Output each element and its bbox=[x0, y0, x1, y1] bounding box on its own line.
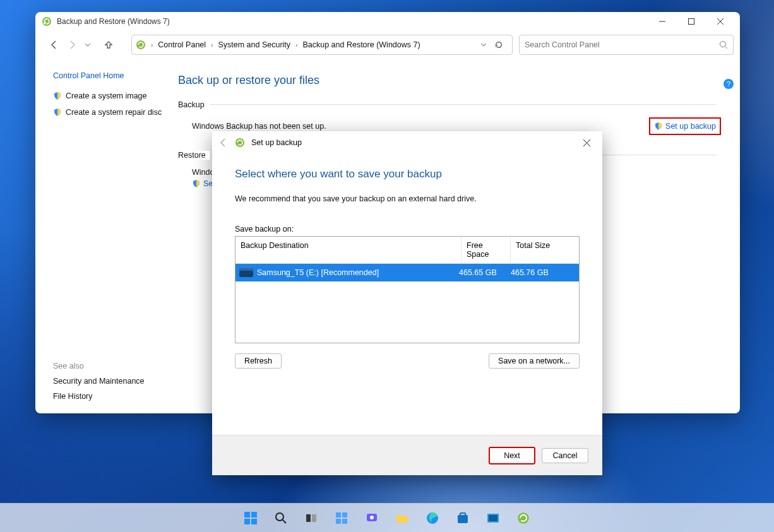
svg-rect-13 bbox=[244, 519, 250, 524]
dialog-subtext: We recommend that you save your backup o… bbox=[235, 194, 580, 203]
column-total-size[interactable]: Total Size bbox=[511, 237, 579, 263]
security-maintenance-link[interactable]: Security and Maintenance bbox=[53, 377, 165, 386]
svg-point-30 bbox=[518, 512, 529, 524]
task-view-icon[interactable] bbox=[299, 505, 324, 531]
svg-rect-17 bbox=[306, 514, 311, 522]
shield-icon bbox=[53, 108, 62, 117]
cancel-button[interactable]: Cancel bbox=[542, 448, 588, 463]
navigation-row: › Control Panel › System and Security › … bbox=[35, 31, 740, 60]
set-up-backup-dialog: Set up backup Select where you want to s… bbox=[212, 131, 602, 475]
dialog-heading: Select where you want to save your backu… bbox=[235, 168, 580, 180]
file-history-link[interactable]: File History bbox=[53, 392, 165, 401]
setup-backup-label: Set up backup bbox=[665, 122, 716, 131]
search-input[interactable] bbox=[519, 35, 734, 55]
destination-grid[interactable]: Backup Destination Free Space Total Size… bbox=[235, 236, 580, 343]
see-also-label: See also bbox=[53, 362, 165, 370]
backup-restore-icon bbox=[42, 16, 52, 27]
restore-group-label: Restore bbox=[178, 151, 210, 160]
refresh-button[interactable]: Refresh bbox=[235, 353, 282, 369]
window-title: Backup and Restore (Windows 7) bbox=[57, 17, 648, 26]
drive-icon bbox=[239, 268, 253, 277]
backup-restore-icon bbox=[235, 138, 245, 148]
backup-not-setup-text: Windows Backup has not been set up. bbox=[192, 122, 649, 131]
save-on-label: Save backup on: bbox=[235, 225, 580, 233]
refresh-icon[interactable] bbox=[494, 40, 503, 49]
search-taskbar-icon[interactable] bbox=[268, 505, 294, 531]
svg-point-24 bbox=[370, 516, 374, 519]
help-icon[interactable]: ? bbox=[723, 79, 734, 89]
svg-point-6 bbox=[720, 42, 726, 47]
svg-rect-29 bbox=[489, 515, 497, 521]
sidebar: Control Panel Home Create a system image… bbox=[35, 64, 170, 413]
destination-row[interactable]: Samsung_T5 (E:) [Recommended] 465.65 GB … bbox=[235, 264, 579, 281]
save-on-network-button[interactable]: Save on a network... bbox=[489, 353, 580, 369]
svg-point-15 bbox=[276, 513, 283, 521]
link-label: Create a system image bbox=[66, 92, 147, 100]
close-button[interactable] bbox=[706, 12, 735, 31]
taskbar bbox=[0, 503, 774, 532]
history-dropdown[interactable] bbox=[85, 42, 91, 48]
svg-rect-22 bbox=[342, 519, 347, 524]
backup-group-label: Backup bbox=[178, 100, 208, 109]
create-repair-disc-link[interactable]: Create a system repair disc bbox=[53, 108, 165, 117]
search-field[interactable] bbox=[525, 40, 714, 49]
next-button[interactable]: Next bbox=[489, 447, 535, 464]
shield-icon bbox=[192, 179, 201, 188]
crumb-backup-restore[interactable]: Backup and Restore (Windows 7) bbox=[300, 38, 422, 52]
svg-rect-20 bbox=[342, 512, 347, 517]
file-explorer-icon[interactable] bbox=[390, 505, 415, 531]
chevron-right-icon: › bbox=[211, 42, 213, 49]
back-button[interactable] bbox=[49, 40, 59, 50]
chat-icon[interactable] bbox=[359, 505, 384, 531]
titlebar: Backup and Restore (Windows 7) bbox=[35, 12, 740, 31]
svg-rect-2 bbox=[689, 19, 694, 25]
svg-line-7 bbox=[725, 47, 727, 49]
widgets-icon[interactable] bbox=[329, 505, 354, 531]
store-icon[interactable] bbox=[450, 505, 475, 531]
destination-name: Samsung_T5 (E:) [Recommended] bbox=[257, 268, 459, 277]
svg-point-0 bbox=[42, 17, 51, 26]
edge-icon[interactable] bbox=[420, 505, 445, 531]
breadcrumb-dropdown[interactable] bbox=[480, 42, 487, 48]
dialog-title: Set up backup bbox=[251, 138, 567, 147]
dialog-back-button[interactable] bbox=[218, 138, 229, 148]
column-free-space[interactable]: Free Space bbox=[461, 237, 511, 263]
crumb-system-security[interactable]: System and Security bbox=[215, 38, 293, 52]
breadcrumb[interactable]: › Control Panel › System and Security › … bbox=[131, 35, 513, 55]
chevron-right-icon: › bbox=[295, 42, 297, 49]
svg-rect-14 bbox=[251, 519, 257, 524]
svg-rect-11 bbox=[244, 512, 250, 517]
destination-total: 465.76 GB bbox=[511, 268, 579, 277]
minimize-button[interactable] bbox=[648, 12, 677, 31]
destination-free: 465.65 GB bbox=[459, 268, 511, 277]
crumb-control-panel[interactable]: Control Panel bbox=[155, 38, 208, 52]
control-panel-home-link[interactable]: Control Panel Home bbox=[53, 69, 165, 84]
shield-icon bbox=[53, 92, 62, 100]
svg-rect-19 bbox=[336, 512, 341, 517]
link-label: Create a system repair disc bbox=[66, 108, 162, 117]
page-title: Back up or restore your files bbox=[178, 69, 721, 98]
dialog-close-button[interactable] bbox=[573, 133, 600, 153]
maximize-button[interactable] bbox=[677, 12, 706, 31]
svg-rect-21 bbox=[336, 519, 341, 524]
backup-app-icon[interactable] bbox=[511, 505, 536, 531]
svg-line-16 bbox=[283, 520, 286, 523]
app-icon[interactable] bbox=[480, 505, 506, 531]
svg-point-5 bbox=[136, 40, 145, 49]
set-up-backup-link[interactable]: Set up backup bbox=[649, 117, 721, 135]
start-button[interactable] bbox=[238, 505, 263, 531]
svg-rect-27 bbox=[460, 513, 465, 516]
up-button[interactable] bbox=[104, 40, 114, 50]
shield-icon bbox=[654, 122, 663, 131]
forward-button[interactable] bbox=[67, 40, 77, 50]
search-icon bbox=[719, 40, 728, 49]
create-system-image-link[interactable]: Create a system image bbox=[53, 92, 165, 100]
svg-rect-12 bbox=[251, 512, 257, 517]
chevron-right-icon: › bbox=[151, 42, 153, 49]
svg-point-8 bbox=[235, 138, 244, 147]
svg-rect-18 bbox=[312, 514, 316, 522]
backup-restore-icon bbox=[136, 40, 146, 50]
column-destination[interactable]: Backup Destination bbox=[235, 237, 461, 263]
